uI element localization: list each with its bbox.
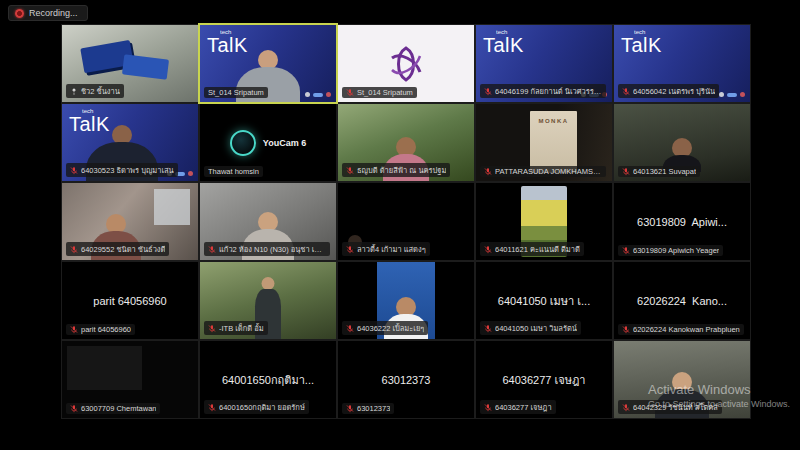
participant-name: St_014 Sripatum [357,88,413,97]
muted-mic-icon [208,324,216,333]
video-tile[interactable]: tech TalK YouCam 6 MONKA 64001650กฤติมา.… [200,341,336,418]
name-tag: St_014 Sripatum [342,87,417,98]
participant-name: 63007709 Chemtawan [81,404,156,413]
tech-talk-logo-small-text: tech [220,29,248,35]
video-tile[interactable]: tech TalK YouCam 6 MONKA 64 [614,25,750,102]
video-tile[interactable]: tech TalK YouCam 6 MONKA parit 64056960 [62,262,198,339]
muted-mic-icon [70,166,78,175]
participant-name: 64041050 เมษา วิมลรัตน์ [495,322,577,334]
muted-mic-icon [622,167,630,176]
book-cover-title: MONKA [538,118,568,124]
video-tile[interactable]: tech TalK YouCam 6 MONKA Th [200,104,336,181]
participant-name: Thawat homsin [208,167,259,176]
name-tag: 64056042 เนตรพร ปุรินัน [618,84,719,98]
video-tile[interactable]: tech TalK YouCam 6 MONKA 63 [62,341,198,418]
video-tile[interactable]: tech TalK YouCam 6 MONKA 64 [614,104,750,181]
video-tile[interactable]: tech TalK YouCam 6 MONKA St [200,25,336,102]
muted-mic-icon [346,324,354,333]
tech-talk-logo: tech TalK [207,29,248,55]
participant-name: 64011621 คะแนนดี ตีมาดี [495,243,580,255]
participant-display-name: 62026224 Kano... [637,295,727,307]
participant-name: 64030523 ธิดาพร บุญมาเสน [81,164,174,176]
video-tile[interactable]: tech TalK YouCam 6 MONKA 64036277 เจษฎา [476,341,612,418]
tech-talk-logo: tech TalK [621,29,662,55]
participant-name: 64029552 ชนิดา ชันธ์วงดี [81,243,165,255]
name-tag: Thawat homsin [204,166,263,177]
participant-name: parit 64056960 [81,325,131,334]
record-dot-icon [15,9,24,18]
video-tile[interactable]: tech TalK YouCam 6 MONKA 63019809 Apiwi.… [614,183,750,260]
video-tile[interactable]: tech TalK YouCam 6 MONKA ชิ [62,25,198,102]
participant-name: แก้ว2 ห้อง N10 (N30) อนุชา เมฆนันท์ [219,243,326,255]
participant-name: ชิว2 ชิ้นงาน [81,85,120,97]
video-tile[interactable]: tech TalK YouCam 6 MONKA St [338,25,474,102]
muted-mic-icon [346,404,354,413]
muted-mic-icon [484,324,492,333]
name-tag: PATTARASUDA JOMKHAMSING [480,166,606,177]
muted-mic-icon [208,403,216,412]
video-tile[interactable]: tech TalK YouCam 6 MONKA ลา [338,183,474,260]
participant-name: 63019809 Apiwich Yeager [633,246,719,255]
tech-talk-logo-big-text: TalK [69,114,110,134]
recording-indicator[interactable]: Recording... [8,5,88,21]
participant-name: PATTARASUDA JOMKHAMSING [495,167,602,176]
name-tag: ชิว2 ชิ้นงาน [66,84,124,98]
participant-name: -ITB เด็กดี อั้ม [219,322,264,334]
name-tag: 64013621 Suvapat [618,166,700,177]
video-tile[interactable]: tech TalK YouCam 6 MONKA 64 [476,25,612,102]
watermark-line1: Activate Windows [648,382,790,397]
video-tile[interactable]: tech TalK YouCam 6 MONKA แก [200,183,336,260]
name-tag: St_014 Sripatum [204,87,268,98]
name-tag: 64046199 กัลยกานต์ นิเวศวรรณกิจ [480,84,606,98]
video-tile[interactable]: tech TalK YouCam 6 MONKA 64 [338,262,474,339]
name-tag: 63007709 Chemtawan [66,403,160,414]
muted-mic-icon [484,167,492,176]
video-tile[interactable]: tech TalK YouCam 6 MONKA ธญ [338,104,474,181]
muted-mic-icon [70,245,78,254]
tech-talk-logo-small-text: tech [634,29,662,35]
tech-talk-logo-big-text: TalK [483,35,524,55]
watermark-line2: Go to Settings to activate Windows. [648,399,790,409]
participant-name: 64036222 เปิ้ลมะเยๆ [357,322,424,334]
name-tag: 64036222 เปิ้ลมะเยๆ [342,321,428,335]
video-tile[interactable]: tech TalK YouCam 6 MONKA 63012373 [338,341,474,418]
participant-name: 64013621 Suvapat [633,167,696,176]
video-tile[interactable]: tech TalK YouCam 6 MONKA 64 [476,183,612,260]
book-cover: MONKA [530,111,576,173]
participant-name: ธญบดี ด้ายสีฟ้า ณ นครปฐม [357,164,446,176]
name-tag: 64030523 ธิดาพร บุญมาเสน [66,163,178,177]
participant-display-name: 64001650กฤติมา... [222,371,314,389]
name-tag: 64041050 เมษา วิมลรัตน์ [480,321,581,335]
muted-mic-icon [346,166,354,175]
video-tile[interactable]: tech TalK YouCam 6 MONKA 64 [62,104,198,181]
partner-logos [305,92,331,97]
recording-label: Recording... [29,8,78,18]
muted-mic-icon [346,245,354,254]
muted-mic-icon [622,87,630,96]
name-tag: 64001650กฤติมา ยอดรักษ์ [204,400,309,414]
video-tile[interactable]: tech TalK YouCam 6 MONKA 62026224 Kano..… [614,262,750,339]
participant-name: St_014 Sripatum [208,88,264,97]
youcam-logo-text: YouCam 6 [263,138,306,148]
name-tag: 62026224 Kanokwan Prabpluen [618,324,744,335]
participant-display-name: 63019809 Apiwi... [637,216,727,228]
tech-talk-logo: tech TalK [69,108,110,134]
muted-mic-icon [70,404,78,413]
name-tag: ลาวดี้4 เก้ามา แสดงๆ [342,242,430,256]
video-tile[interactable]: tech TalK YouCam 6 MONKA 64041050 เมษา เ… [476,262,612,339]
name-tag: แก้ว2 ห้อง N10 (N30) อนุชา เมฆนันท์ [204,242,330,256]
video-tile[interactable]: tech TalK YouCam 6 MONKA PA [476,104,612,181]
muted-mic-icon [208,245,216,254]
muted-mic-icon [622,403,630,412]
participant-grid: tech TalK YouCam 6 MONKA ชิ [62,25,750,418]
participant-display-name: parit 64056960 [93,295,166,307]
partner-logos [719,92,745,97]
video-tile[interactable]: tech TalK YouCam 6 MONKA -I [200,262,336,339]
name-tag: parit 64056960 [66,324,135,335]
participant-display-name: 64041050 เมษา เ... [498,292,590,310]
muted-mic-icon [346,88,354,97]
name-tag: 63019809 Apiwich Yeager [618,245,723,256]
video-tile[interactable]: tech TalK YouCam 6 MONKA 64 [62,183,198,260]
tech-talk-logo: tech TalK [483,29,524,55]
participant-display-name: 63012373 [382,374,431,386]
